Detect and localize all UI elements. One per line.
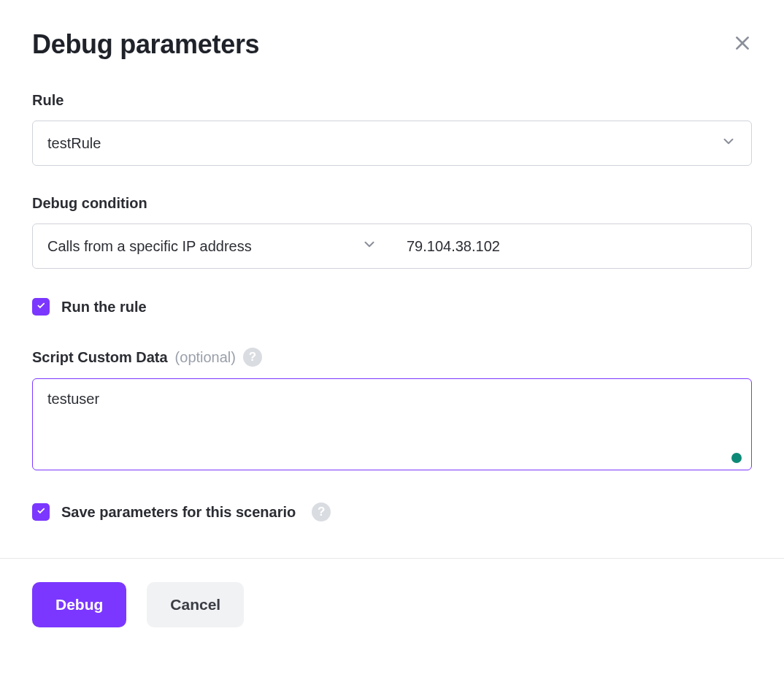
close-button[interactable] [733,34,752,56]
run-rule-checkbox[interactable] [32,298,50,316]
debug-condition-select[interactable]: Calls from a specific IP address [33,224,392,268]
rule-select[interactable]: testRule [32,121,752,166]
debug-button[interactable]: Debug [32,582,126,627]
debug-condition-value-input[interactable] [392,224,751,268]
save-params-label: Save parameters for this scenario [61,504,296,521]
rule-label: Rule [32,92,752,109]
check-icon [36,505,46,519]
rule-selected-value: testRule [47,135,101,152]
cancel-button[interactable]: Cancel [147,582,244,627]
debug-condition-group: Calls from a specific IP address [32,223,752,269]
check-icon [36,300,46,313]
close-icon [733,34,752,56]
save-params-checkbox[interactable] [32,503,50,521]
help-icon[interactable]: ? [312,502,331,521]
help-icon[interactable]: ? [243,348,262,367]
script-custom-data-label: Script Custom Data [32,349,168,366]
debug-condition-selected: Calls from a specific IP address [47,238,252,255]
page-title: Debug parameters [32,29,259,60]
chevron-down-icon [720,134,737,153]
chevron-down-icon [361,237,377,256]
script-custom-data-optional: (optional) [175,349,236,366]
resize-handle[interactable] [731,453,742,463]
debug-condition-label: Debug condition [32,195,752,212]
run-rule-label: Run the rule [61,299,147,316]
script-custom-data-textarea[interactable] [32,378,752,470]
